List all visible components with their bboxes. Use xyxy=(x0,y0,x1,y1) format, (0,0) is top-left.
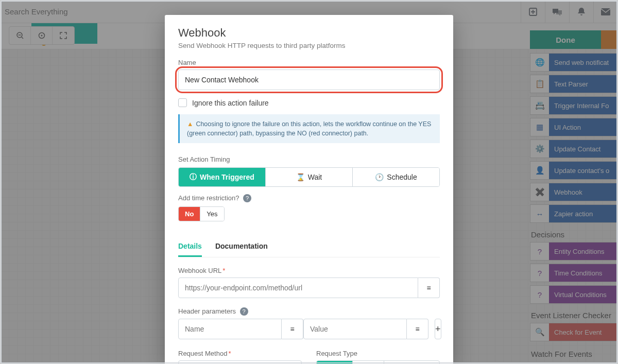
clock-icon: 🕑 xyxy=(375,173,384,181)
timing-segment: ⓘ When Triggered ⌛ Wait 🕑 Schedule xyxy=(178,167,440,187)
restriction-yes[interactable]: Yes xyxy=(200,207,224,221)
name-label: Name xyxy=(178,59,440,66)
ignore-failure-label: Ignore this action failure xyxy=(192,99,269,107)
restriction-label: Add time restriction? xyxy=(178,194,239,202)
timing-label: Set Action Timing xyxy=(178,155,440,163)
webhook-url-menu-button[interactable]: ≡ xyxy=(418,278,440,298)
restriction-toggle: No Yes xyxy=(178,206,225,221)
webhook-modal: Webhook Send Webhook HTTP requests to th… xyxy=(165,15,453,364)
request-type-xml[interactable]: XML xyxy=(353,361,384,364)
header-name-input[interactable] xyxy=(178,319,282,339)
request-type-segment: JSON XML Form Data xyxy=(316,360,440,364)
request-method-label: Request Method xyxy=(178,350,227,357)
header-params-label: Header parameters xyxy=(178,307,236,315)
timing-schedule[interactable]: 🕑 Schedule xyxy=(353,168,439,186)
request-type-json[interactable]: JSON xyxy=(317,361,353,364)
modal-subtitle: Send Webhook HTTP requests to third part… xyxy=(178,42,440,49)
help-icon[interactable]: ? xyxy=(240,307,248,316)
header-value-input[interactable] xyxy=(303,319,407,339)
tab-details[interactable]: Details xyxy=(178,237,202,257)
add-header-button[interactable]: + xyxy=(435,319,441,339)
webhook-url-label: Webhook URL xyxy=(178,267,221,274)
info-circle-icon: ⓘ xyxy=(190,172,197,182)
name-input[interactable] xyxy=(178,70,440,90)
request-type-form-data[interactable]: Form Data xyxy=(384,361,434,364)
header-name-menu-button[interactable]: ≡ xyxy=(282,319,303,339)
ignore-failure-checkbox[interactable] xyxy=(178,98,187,107)
restriction-no[interactable]: No xyxy=(179,207,200,221)
tab-documentation[interactable]: Documentation xyxy=(215,237,268,257)
help-icon[interactable]: ? xyxy=(243,194,251,202)
name-highlight xyxy=(178,70,440,90)
hourglass-icon: ⌛ xyxy=(296,173,305,181)
modal-tabs: Details Documentation xyxy=(178,237,440,257)
request-type-label: Request Type xyxy=(316,350,440,357)
webhook-url-input[interactable] xyxy=(178,278,418,298)
warning-icon: ▲ xyxy=(187,120,193,128)
timing-when-triggered[interactable]: ⓘ When Triggered xyxy=(179,168,266,186)
modal-title: Webhook xyxy=(178,26,440,40)
request-method-select[interactable]: POST ⌄ xyxy=(178,360,302,364)
info-alert: ▲Choosing to ignore the failure on this … xyxy=(178,114,440,143)
timing-wait[interactable]: ⌛ Wait xyxy=(266,168,353,186)
header-value-menu-button[interactable]: ≡ xyxy=(407,319,428,339)
